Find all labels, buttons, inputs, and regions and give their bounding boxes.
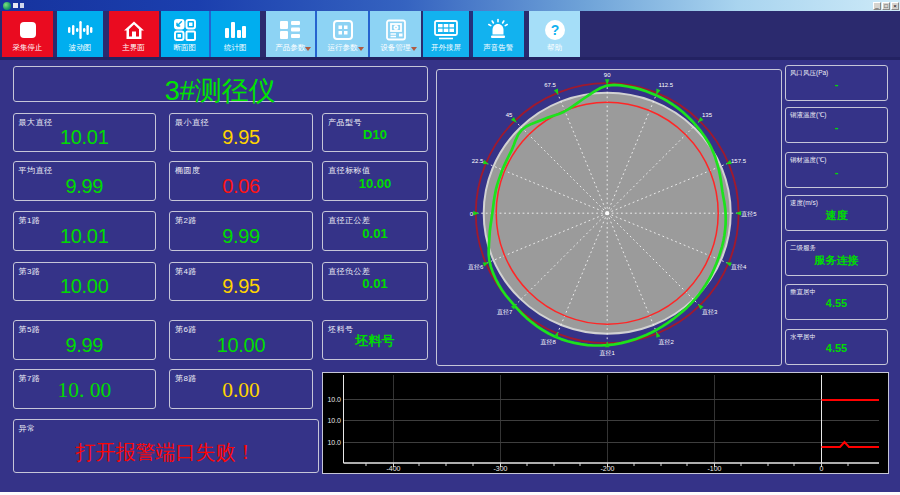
svg-text:直径5: 直径5 [741,211,757,217]
svg-text:直径4: 直径4 [731,264,747,270]
svg-text:90: 90 [604,72,611,78]
svg-text:直径1: 直径1 [600,350,616,356]
svg-text:112.5: 112.5 [659,82,674,88]
svg-text:10.0: 10.0 [327,396,341,403]
svg-text:-300: -300 [493,465,507,472]
svg-text:直径7: 直径7 [497,309,513,315]
svg-text:157.5: 157.5 [731,158,747,164]
svg-text:直径8: 直径8 [541,339,557,345]
svg-text:-400: -400 [386,465,400,472]
svg-text:0: 0 [819,465,823,472]
svg-text:?: ? [550,22,559,38]
svg-text:直径3: 直径3 [702,309,718,315]
svg-text:45: 45 [506,112,513,118]
svg-text:直径2: 直径2 [659,339,675,345]
svg-text:-200: -200 [600,465,614,472]
svg-text:135: 135 [702,112,713,118]
svg-text:10.0: 10.0 [327,417,341,424]
svg-text:10.0: 10.0 [327,439,341,446]
svg-text:直径6: 直径6 [468,264,484,270]
svg-text:22.5: 22.5 [472,158,484,164]
svg-text:67.5: 67.5 [544,82,556,88]
svg-text:-100: -100 [707,465,721,472]
